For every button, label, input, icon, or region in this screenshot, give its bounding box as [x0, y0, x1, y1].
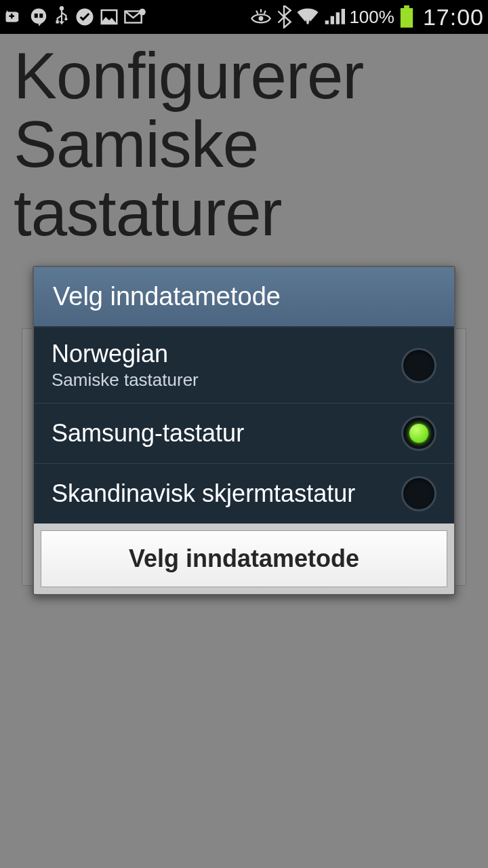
- radio-unchecked-icon[interactable]: [401, 348, 436, 383]
- input-method-dialog: Velg inndatametode Norwegian Samiske tas…: [33, 266, 455, 595]
- usb-icon: [53, 5, 70, 28]
- image-icon: [99, 7, 119, 27]
- battery-percentage: 100%: [349, 7, 394, 28]
- svg-rect-15: [404, 5, 409, 8]
- option-title: Norwegian: [52, 340, 401, 368]
- svg-rect-5: [39, 14, 43, 18]
- clock: 17:00: [423, 4, 484, 31]
- input-option-scandinavian[interactable]: Skandinavisk skjermtastatur: [34, 464, 454, 524]
- choose-input-method-button[interactable]: Velg inndatametode: [41, 530, 447, 587]
- bluetooth-icon: [276, 5, 292, 28]
- svg-point-13: [139, 9, 146, 16]
- input-option-samsung[interactable]: Samsung-tastatur: [34, 403, 454, 464]
- status-bar-right: 100% 17:00: [250, 4, 484, 31]
- radio-checked-icon[interactable]: [401, 416, 436, 451]
- battery-icon: [399, 5, 415, 28]
- svg-rect-9: [56, 20, 59, 23]
- mail-unread-icon: [123, 7, 146, 27]
- svg-point-8: [64, 18, 67, 20]
- signal-icon: [323, 7, 345, 27]
- svg-rect-2: [11, 14, 13, 19]
- check-circle-icon: [75, 7, 95, 27]
- dialog-title: Velg inndatametode: [34, 267, 454, 328]
- input-option-norwegian[interactable]: Norwegian Samiske tastaturer: [34, 328, 454, 403]
- dialog-options: Norwegian Samiske tastaturer Samsung-tas…: [34, 328, 454, 524]
- svg-point-14: [259, 16, 264, 21]
- svg-rect-16: [401, 8, 413, 28]
- eye-hidden-icon: [250, 7, 272, 27]
- wifi-icon: [296, 7, 319, 27]
- radio-unchecked-icon[interactable]: [401, 476, 436, 511]
- option-title: Samsung-tastatur: [52, 419, 401, 448]
- status-bar: 100% 17:00: [0, 0, 488, 34]
- option-subtitle: Samiske tastaturer: [52, 370, 401, 391]
- option-title: Skandinavisk skjermtastatur: [52, 479, 401, 508]
- status-bar-left: [4, 5, 250, 28]
- dialog-footer: Velg inndatametode: [34, 524, 454, 594]
- svg-rect-4: [35, 14, 38, 18]
- hangouts-icon: [28, 7, 49, 27]
- plus-tab-icon: [4, 7, 24, 27]
- svg-point-3: [31, 9, 47, 24]
